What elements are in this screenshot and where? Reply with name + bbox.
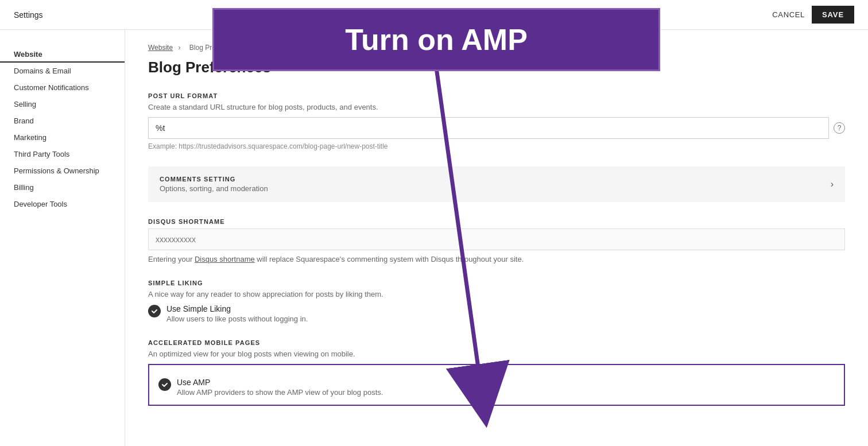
post-url-example: Example: https://trustedadvisors.squares… — [148, 142, 845, 150]
simple-liking-checkbox[interactable] — [148, 305, 161, 317]
disqus-desc-before: Entering your — [148, 255, 195, 263]
disqus-shortname-section: DISQUS SHORTNAME Entering your Disqus sh… — [148, 218, 845, 263]
simple-liking-label: SIMPLE LIKING — [148, 280, 845, 286]
settings-title: Settings — [14, 10, 43, 20]
help-icon[interactable]: ? — [834, 122, 845, 134]
amp-checkbox-title: Use AMP — [177, 378, 383, 387]
disqus-link[interactable]: Disqus shortname — [195, 255, 255, 263]
amp-labels: Use AMP Allow AMP providers to show the … — [177, 378, 383, 397]
sidebar-item-domains-email[interactable]: Domains & Email — [0, 63, 125, 79]
comments-setting-left: COMMENTS SETTING Options, sorting, and m… — [160, 176, 268, 193]
sidebar-item-website[interactable]: Website — [0, 46, 125, 63]
simple-liking-desc: A nice way for any reader to show apprec… — [148, 290, 845, 298]
main-layout: Website Domains & Email Customer Notific… — [0, 30, 868, 446]
post-url-format-section: POST URL FORMAT Create a standard URL st… — [148, 92, 845, 150]
amp-banner: Turn on AMP — [212, 8, 660, 71]
post-url-format-label: POST URL FORMAT — [148, 92, 845, 99]
sidebar-item-permissions-ownership[interactable]: Permissions & Ownership — [0, 162, 125, 179]
amp-section-desc: An optimized view for your blog posts wh… — [148, 350, 845, 358]
comments-setting-row[interactable]: COMMENTS SETTING Options, sorting, and m… — [148, 166, 845, 202]
content-area: Website › Blog Preferences Blog Preferen… — [125, 30, 868, 446]
post-url-input[interactable] — [148, 117, 829, 139]
post-url-input-row: ? — [148, 117, 845, 139]
amp-checkbox-desc: Allow AMP providers to show the AMP view… — [177, 388, 383, 397]
amp-box: Use AMP Allow AMP providers to show the … — [148, 364, 845, 406]
breadcrumb-separator: › — [178, 44, 182, 52]
sidebar-item-brand[interactable]: Brand — [0, 113, 125, 129]
disqus-desc: Entering your Disqus shortname will repl… — [148, 255, 845, 263]
simple-liking-labels: Use Simple Liking Allow users to like po… — [166, 304, 308, 323]
comments-setting-label: COMMENTS SETTING — [160, 176, 268, 183]
sidebar: Website Domains & Email Customer Notific… — [0, 30, 125, 446]
amp-section-label: ACCELERATED MOBILE PAGES — [148, 339, 845, 346]
amp-section: ACCELERATED MOBILE PAGES An optimized vi… — [148, 339, 845, 406]
simple-liking-section: SIMPLE LIKING A nice way for any reader … — [148, 280, 845, 323]
sidebar-item-marketing[interactable]: Marketing — [0, 129, 125, 146]
cancel-button[interactable]: CANCEL — [772, 10, 805, 19]
amp-banner-text: Turn on AMP — [345, 23, 528, 56]
simple-liking-title: Use Simple Liking — [166, 304, 308, 313]
comments-setting-desc: Options, sorting, and moderation — [160, 184, 268, 193]
header-actions: CANCEL SAVE — [772, 6, 854, 24]
sidebar-item-selling[interactable]: Selling — [0, 96, 125, 113]
disqus-desc-after: will replace Squarespace's commenting sy… — [255, 255, 524, 263]
sidebar-item-billing[interactable]: Billing — [0, 179, 125, 196]
save-button[interactable]: SAVE — [812, 6, 854, 24]
breadcrumb-website-link[interactable]: Website — [148, 44, 173, 52]
disqus-shortname-input[interactable] — [148, 228, 845, 250]
post-url-format-desc: Create a standard URL structure for blog… — [148, 103, 845, 111]
sidebar-item-customer-notifications[interactable]: Customer Notifications — [0, 79, 125, 96]
amp-checkbox[interactable] — [158, 378, 171, 391]
sidebar-item-third-party-tools[interactable]: Third Party Tools — [0, 146, 125, 162]
amp-checkbox-row: Use AMP Allow AMP providers to show the … — [158, 378, 835, 397]
chevron-right-icon: › — [831, 179, 834, 189]
simple-liking-checkbox-desc: Allow users to like posts without loggin… — [166, 315, 308, 323]
sidebar-item-developer-tools[interactable]: Developer Tools — [0, 196, 125, 212]
simple-liking-checkbox-row: Use Simple Liking Allow users to like po… — [148, 304, 845, 323]
disqus-shortname-label: DISQUS SHORTNAME — [148, 218, 845, 225]
